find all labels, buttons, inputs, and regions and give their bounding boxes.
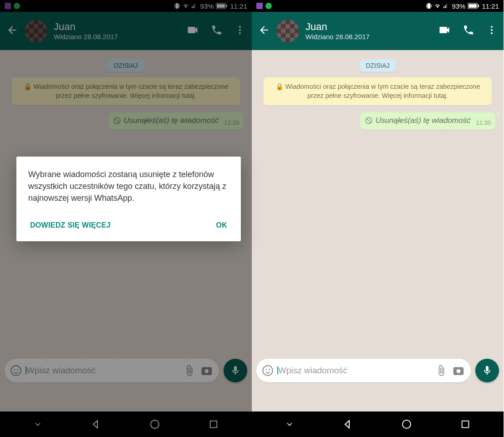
- svg-point-20: [491, 32, 493, 34]
- contact-name: Juan: [305, 21, 432, 32]
- back-button[interactable]: [258, 24, 270, 38]
- more-options-button[interactable]: [486, 25, 497, 37]
- screen-left: 93% 11:21 Juan Widziano 28.08.2017 DZISI…: [0, 0, 252, 437]
- chat-area: DZISIAJ 🔒Wiadomości oraz połączenia w ty…: [252, 50, 504, 412]
- contact-info[interactable]: Juan Widziano 28.08.2017: [305, 21, 432, 40]
- nav-back-icon[interactable]: [342, 419, 353, 430]
- svg-point-28: [402, 420, 411, 428]
- app-indicator-icon-2: [265, 3, 272, 9]
- message-input[interactable]: Wpisz wiadomość: [256, 359, 471, 382]
- status-time: 11:21: [482, 2, 499, 10]
- app-indicator-icon: [256, 3, 263, 9]
- emoji-icon[interactable]: [262, 365, 274, 376]
- dialog-body: Wybrane wiadomości zostaną usunięte z te…: [28, 168, 229, 204]
- vibrate-icon: [426, 3, 432, 9]
- svg-point-27: [457, 369, 461, 373]
- video-call-button[interactable]: [438, 24, 451, 38]
- learn-more-button[interactable]: DOWIEDZ SIĘ WIĘCEJ: [28, 218, 112, 233]
- svg-point-18: [491, 26, 493, 28]
- camera-icon[interactable]: [452, 364, 465, 377]
- ok-button[interactable]: OK: [214, 218, 229, 233]
- svg-point-19: [491, 29, 493, 31]
- svg-point-24: [265, 369, 267, 371]
- nav-bar: [252, 412, 504, 437]
- battery-icon: [468, 3, 479, 9]
- mic-button[interactable]: [475, 359, 499, 382]
- screen-right: 93% 11:21 Juan Widziano 28.08.2017 DZISI…: [252, 0, 504, 437]
- input-placeholder: Wpisz wiadomość: [278, 366, 431, 376]
- wifi-icon: [434, 3, 441, 9]
- attach-icon[interactable]: [435, 365, 447, 376]
- message-time: 11:20: [476, 119, 491, 126]
- date-separator: DZISIAJ: [359, 59, 396, 72]
- lock-icon: 🔒: [275, 82, 284, 91]
- prohibited-icon: [365, 117, 373, 125]
- status-bar: 93% 11:21: [252, 0, 504, 12]
- voice-call-button[interactable]: [463, 24, 474, 38]
- svg-point-25: [269, 369, 270, 371]
- app-header: Juan Widziano 28.08.2017: [252, 12, 504, 50]
- svg-rect-17: [478, 5, 479, 7]
- message-bubble-deleted[interactable]: Usunąłeś(aś) tę wiadomość 11:20: [360, 112, 495, 130]
- input-area: Wpisz wiadomość: [252, 355, 504, 386]
- delete-dialog: Wybrane wiadomości zostaną usunięte z te…: [16, 157, 241, 241]
- svg-line-22: [367, 118, 371, 122]
- svg-point-23: [263, 366, 273, 376]
- last-seen: Widziano 28.08.2017: [305, 33, 432, 41]
- avatar[interactable]: [276, 20, 299, 42]
- nav-dropdown-icon[interactable]: [285, 420, 294, 429]
- nav-recent-icon[interactable]: [460, 419, 470, 429]
- svg-rect-29: [462, 421, 469, 428]
- svg-rect-16: [468, 4, 477, 8]
- signal-icon: [443, 3, 449, 9]
- nav-home-icon[interactable]: [401, 419, 412, 430]
- encryption-notice[interactable]: 🔒Wiadomości oraz połączenia w tym czacie…: [264, 77, 492, 105]
- battery-percent: 93%: [452, 2, 465, 10]
